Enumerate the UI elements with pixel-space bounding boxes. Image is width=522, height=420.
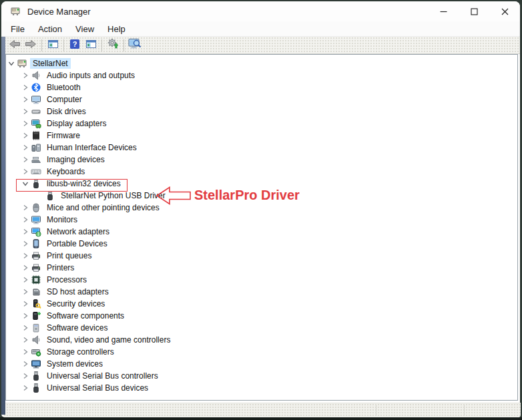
firmware-chip-icon xyxy=(31,130,41,141)
tree-item-label: Software devices xyxy=(44,323,110,333)
tree-item-label: Audio inputs and outputs xyxy=(44,70,138,81)
chevron-right-icon[interactable] xyxy=(21,203,29,212)
chevron-right-icon[interactable] xyxy=(21,335,29,345)
chevron-right-icon[interactable] xyxy=(21,155,29,164)
system-device-icon xyxy=(31,359,41,369)
usb-plug-icon xyxy=(45,190,55,201)
tree-item-label: Bluetooth xyxy=(44,82,83,93)
forward-button[interactable] xyxy=(23,38,39,53)
tree-item-human-interface-devices[interactable]: Human Interface Devices xyxy=(6,142,517,154)
maximize-button[interactable] xyxy=(459,1,489,21)
maximize-icon xyxy=(471,8,478,15)
tree-item-printers[interactable]: Printers xyxy=(6,262,517,274)
tree-item-portable-devices[interactable]: Portable Devices xyxy=(6,238,517,250)
tree-item-label: Display adapters xyxy=(44,118,109,129)
tree-item-sound-video-and-game-controllers[interactable]: Sound, video and game controllers xyxy=(6,334,517,346)
title-bar: Device Manager xyxy=(1,1,520,21)
console-tree-toggle-button[interactable] xyxy=(45,38,61,53)
tree-item-universal-serial-bus-devices[interactable]: Universal Serial Bus devices xyxy=(6,382,517,394)
tree-item-storage-controllers[interactable]: Storage controllers xyxy=(6,346,517,358)
tree-item-imaging-devices[interactable]: Imaging devices xyxy=(6,154,517,166)
chevron-right-icon[interactable] xyxy=(21,95,29,104)
chevron-right-icon[interactable] xyxy=(21,383,29,393)
tree-item-libusb-win32-devices[interactable]: libusb-win32 devices xyxy=(6,178,517,190)
menu-action[interactable]: Action xyxy=(33,22,67,36)
tree-item-network-adapters[interactable]: Network adapters xyxy=(6,226,517,238)
speaker-icon xyxy=(31,335,41,345)
mouse-icon xyxy=(31,202,41,213)
tree-item-label: Sound, video and game controllers xyxy=(44,335,173,345)
tree-item-processors[interactable]: Processors xyxy=(6,274,517,286)
chevron-right-icon[interactable] xyxy=(21,263,29,272)
tree-item-label: Printers xyxy=(44,262,77,273)
tree-item-keyboards[interactable]: Keyboards xyxy=(6,166,517,178)
chevron-right-icon[interactable] xyxy=(21,347,29,357)
menu-view[interactable]: View xyxy=(70,22,99,36)
tree-item-universal-serial-bus-controllers[interactable]: Universal Serial Bus controllers xyxy=(6,370,517,382)
action-pane-toggle-button[interactable] xyxy=(83,38,99,53)
chevron-right-icon[interactable] xyxy=(21,251,29,260)
chevron-right-icon[interactable] xyxy=(21,107,29,116)
printer-icon xyxy=(31,262,41,273)
gear-update-icon xyxy=(107,38,119,52)
speaker-icon xyxy=(31,70,41,81)
tree-item-label: Monitors xyxy=(44,214,80,225)
close-button[interactable] xyxy=(489,1,520,21)
tree-item-stellarnet[interactable]: StellarNet xyxy=(6,57,517,69)
tree-item-audio-inputs-and-outputs[interactable]: Audio inputs and outputs xyxy=(6,69,517,81)
software-device-icon xyxy=(31,323,41,333)
tree-item-firmware[interactable]: Firmware xyxy=(6,130,517,142)
chevron-right-icon[interactable] xyxy=(21,371,29,381)
chevron-right-icon[interactable] xyxy=(21,119,29,128)
help-button[interactable]: ? xyxy=(67,38,83,53)
window-left-edge xyxy=(1,37,5,415)
chevron-right-icon[interactable] xyxy=(21,311,29,321)
chevron-down-icon[interactable] xyxy=(7,59,15,68)
toolbar-separator xyxy=(41,39,42,51)
chevron-right-icon[interactable] xyxy=(21,131,29,140)
scan-hardware-changes-button[interactable] xyxy=(127,38,143,53)
display-adapter-icon xyxy=(31,118,41,129)
tree-item-computer[interactable]: Computer xyxy=(6,93,517,106)
tree-item-software-devices[interactable]: Software devices xyxy=(6,322,517,334)
tree-item-bluetooth[interactable]: Bluetooth xyxy=(6,81,517,93)
tree-item-label: System devices xyxy=(44,359,105,369)
tree-item-sd-host-adapters[interactable]: SD host adapters xyxy=(6,286,517,298)
chevron-down-icon[interactable] xyxy=(21,179,29,188)
tree-item-label: Network adapters xyxy=(44,226,112,237)
chevron-right-icon[interactable] xyxy=(21,239,29,248)
menu-file[interactable]: File xyxy=(5,22,30,36)
tree-item-label: Keyboards xyxy=(44,166,87,177)
minimize-button[interactable] xyxy=(428,1,459,21)
chevron-right-icon[interactable] xyxy=(21,215,29,224)
tree-item-disk-drives[interactable]: Disk drives xyxy=(6,106,517,118)
back-button[interactable] xyxy=(7,38,23,53)
scan-computer-icon xyxy=(128,38,142,52)
chevron-right-icon[interactable] xyxy=(21,143,29,152)
tree-item-system-devices[interactable]: System devices xyxy=(6,358,517,370)
bluetooth-icon xyxy=(31,82,41,93)
computer-icon xyxy=(31,94,41,105)
chevron-right-icon[interactable] xyxy=(21,299,29,308)
tree-item-display-adapters[interactable]: Display adapters xyxy=(6,118,517,130)
tree-item-security-devices[interactable]: Security devices xyxy=(6,298,517,310)
tree-item-print-queues[interactable]: Print queues xyxy=(6,250,517,262)
menu-help[interactable]: Help xyxy=(102,22,131,36)
chevron-right-icon[interactable] xyxy=(21,359,29,369)
chevron-right-icon[interactable] xyxy=(21,227,29,236)
tree-item-software-components[interactable]: Software components xyxy=(6,310,517,322)
chevron-right-icon[interactable] xyxy=(21,167,29,176)
update-driver-button[interactable] xyxy=(105,38,121,53)
menu-bar: FileActionViewHelp xyxy=(1,21,520,37)
minimize-icon xyxy=(440,8,447,15)
tree-item-monitors[interactable]: Monitors xyxy=(6,214,517,226)
chevron-right-icon[interactable] xyxy=(21,71,29,80)
chevron-right-icon[interactable] xyxy=(21,287,29,296)
chevron-right-icon[interactable] xyxy=(21,275,29,284)
tree-item-stellarnet-python-usb-driver[interactable]: StellarNet Python USB Driver xyxy=(6,190,517,202)
tree-item-label: Firmware xyxy=(44,130,83,141)
chevron-right-icon[interactable] xyxy=(21,83,29,92)
chevron-right-icon[interactable] xyxy=(21,323,29,333)
tree-item-mice-and-other-pointing-devices[interactable]: Mice and other pointing devices xyxy=(6,202,517,214)
tree-item-label: StellarNet xyxy=(30,58,71,69)
